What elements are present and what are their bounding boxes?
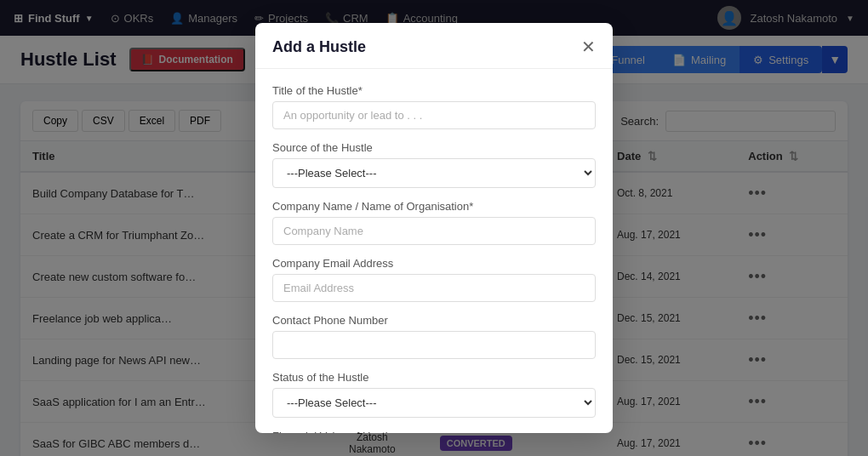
- modal-header: Add a Hustle ✕: [255, 23, 613, 69]
- close-button[interactable]: ✕: [581, 38, 596, 55]
- source-field-group: Source of the Hustle ---Please Select---: [272, 141, 596, 188]
- email-label: Company Email Address: [272, 257, 596, 270]
- company-label: Company Name / Name of Organisation*: [272, 200, 596, 213]
- company-input[interactable]: [272, 217, 596, 245]
- modal-title: Add a Hustle: [272, 38, 366, 56]
- title-input[interactable]: [272, 101, 596, 129]
- modal-body: Title of the Hustle* Source of the Hustl…: [255, 69, 613, 433]
- title-label: Title of the Hustle*: [272, 84, 596, 97]
- add-hustle-modal: Add a Hustle ✕ Title of the Hustle* Sour…: [255, 23, 613, 433]
- email-input[interactable]: [272, 274, 596, 302]
- source-label: Source of the Hustle: [272, 141, 596, 154]
- status-select[interactable]: ---Please Select---: [272, 388, 596, 418]
- email-field-group: Company Email Address: [272, 257, 596, 302]
- phone-label: Contact Phone Number: [272, 314, 596, 327]
- financial-label: Financial Value of Hustle: [272, 430, 596, 433]
- status-label: Status of the Hustle: [272, 371, 596, 384]
- financial-field-group: Financial Value of Hustle Value: [272, 430, 596, 433]
- modal-overlay: Add a Hustle ✕ Title of the Hustle* Sour…: [0, 0, 868, 456]
- status-field-group: Status of the Hustle ---Please Select---: [272, 371, 596, 418]
- company-field-group: Company Name / Name of Organisation*: [272, 200, 596, 245]
- source-select[interactable]: ---Please Select---: [272, 158, 596, 188]
- phone-field-group: Contact Phone Number 012 223 3454: [272, 314, 596, 359]
- title-field-group: Title of the Hustle*: [272, 84, 596, 129]
- phone-input[interactable]: 012 223 3454: [272, 331, 596, 359]
